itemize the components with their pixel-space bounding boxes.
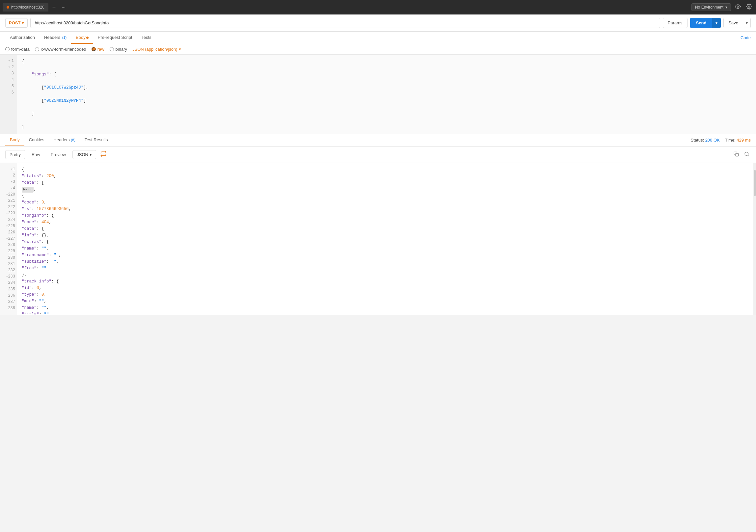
tab-prerequest[interactable]: Pre-request Script (93, 32, 137, 44)
response-section: Body Cookies Headers (8) Test Results St… (0, 134, 756, 315)
rln-220: ▾220 (2, 192, 15, 198)
copy-response-button[interactable] (732, 150, 740, 159)
rln-229: 229 (2, 248, 15, 254)
request-line-numbers: ▾1 ▾2 3 4 5 6 (0, 55, 17, 134)
resp-line-229: "transname": "", (22, 252, 749, 258)
send-dropdown-button[interactable]: ▾ (712, 18, 721, 28)
time-label: Time: 429 ms (725, 138, 751, 143)
resp-line-227: "extras": { (22, 239, 749, 245)
resp-line-1: { (22, 166, 749, 173)
rln-234: 234 (2, 280, 15, 286)
request-body-code[interactable]: { "songs": [ ["001CLC7W2Gpz4J"], ["0025N… (17, 55, 756, 134)
tab-tests[interactable]: Tests (137, 32, 156, 44)
add-tab-button[interactable]: + (50, 4, 58, 11)
view-pretty-button[interactable]: Pretty (5, 150, 25, 159)
tab-headers[interactable]: Headers (1) (40, 32, 71, 44)
rln-238: 238 (2, 305, 15, 311)
response-scrollbar[interactable] (753, 163, 756, 315)
resp-tab-headers-badge: (8) (71, 138, 75, 142)
tab-dot (7, 6, 9, 9)
rln-227: ▾227 (2, 236, 15, 242)
resp-tab-headers-label: Headers (54, 137, 71, 142)
response-format-label: JSON (77, 152, 88, 157)
tab-body-label: Body (76, 35, 86, 40)
collapsed-object-badge[interactable]: ▶··· (22, 187, 34, 193)
ln-4: 4 (2, 77, 15, 83)
body-type-binary[interactable]: binary (110, 47, 127, 52)
resp-line-225: "data": { (22, 226, 749, 232)
search-response-button[interactable] (743, 150, 751, 159)
env-label: No Environment (695, 5, 723, 10)
resp-line-226: "info": {}, (22, 232, 749, 239)
eye-icon-button[interactable] (734, 2, 742, 12)
send-button[interactable]: Send (690, 18, 713, 28)
svg-line-4 (748, 155, 749, 156)
method-select[interactable]: POST ▾ (5, 18, 28, 28)
ln-5: 5 (2, 83, 15, 90)
resp-tab-cookies-label: Cookies (29, 137, 44, 142)
settings-icon-button[interactable] (745, 2, 753, 12)
svg-point-0 (737, 6, 739, 8)
tab-authorization-label: Authorization (10, 35, 35, 40)
tab-tests-label: Tests (142, 35, 151, 40)
scrollbar-thumb[interactable] (754, 170, 756, 196)
response-tabs-bar: Body Cookies Headers (8) Test Results St… (0, 134, 756, 146)
rln-231: 231 (2, 261, 15, 267)
format-label: JSON (application/json) (132, 47, 177, 52)
resp-tab-body-label: Body (10, 137, 20, 142)
tab-authorization[interactable]: Authorization (5, 32, 40, 44)
rln-221: 221 (2, 198, 15, 204)
resp-tab-headers[interactable]: Headers (8) (49, 134, 80, 146)
response-line-numbers: ▾1 2 ▾3 ▾4 ▾220 221 222 ▾223 224 ▾225 22… (0, 163, 17, 315)
method-chevron-icon: ▾ (22, 20, 24, 25)
url-input[interactable] (30, 18, 660, 28)
resp-tab-testresults[interactable]: Test Results (80, 134, 113, 146)
time-value: 429 ms (737, 138, 751, 143)
rln-223: ▾223 (2, 210, 15, 217)
ln-2: ▾2 (2, 64, 15, 70)
environment-select[interactable]: No Environment ▾ (691, 3, 731, 11)
view-raw-button[interactable]: Raw (28, 150, 44, 159)
resp-line-3: "data": [ (22, 179, 749, 186)
rln-3: ▾3 (2, 179, 15, 185)
more-tabs-button[interactable]: ··· (60, 5, 68, 10)
request-tabs-nav: Authorization Headers (1) Body Pre-reque… (0, 32, 756, 44)
resp-line-220: { (22, 193, 749, 199)
response-format-button[interactable]: JSON ▾ (72, 150, 96, 159)
resp-tab-cookies[interactable]: Cookies (24, 134, 49, 146)
code-link[interactable]: Code (741, 35, 751, 40)
method-label: POST (9, 20, 20, 25)
resp-tab-body[interactable]: Body (5, 134, 24, 146)
resp-line-228: "name": "", (22, 245, 749, 252)
resp-line-222: "ts": 1577366693656, (22, 206, 749, 212)
resp-line-235: "type": 0, (22, 291, 749, 298)
body-type-raw[interactable]: raw (92, 47, 104, 52)
body-type-bar: form-data x-www-form-urlencoded raw bina… (0, 44, 756, 55)
rln-228: 228 (2, 242, 15, 248)
format-select-button[interactable]: JSON (application/json) ▾ (132, 47, 181, 52)
params-button[interactable]: Params (663, 18, 688, 28)
request-bar: POST ▾ Params Send ▾ Save ▾ (0, 14, 756, 32)
resp-toolbar-right (732, 150, 751, 159)
resp-line-237: "name": "", (22, 305, 749, 311)
save-button[interactable]: Save (724, 18, 743, 28)
env-chevron-icon: ▾ (725, 5, 727, 10)
request-body-editor: ▾1 ▾2 3 4 5 6 { "songs": [ ["001CLC7W2Gp… (0, 55, 756, 134)
resp-line-223: "songinfo": { (22, 212, 749, 219)
resp-line-231: "from": "" (22, 265, 749, 272)
browser-tab[interactable]: http://localhost:320 (3, 3, 48, 12)
rln-222: 222 (2, 204, 15, 210)
resp-line-4: ▶···, (22, 186, 749, 193)
rln-233: ▾233 (2, 274, 15, 280)
body-type-urlencoded[interactable]: x-www-form-urlencoded (35, 47, 86, 52)
body-type-form-data[interactable]: form-data (5, 47, 30, 52)
resp-line-238: "title": "", (22, 311, 749, 314)
wrap-lines-button[interactable] (99, 149, 108, 160)
save-dropdown-button[interactable]: ▾ (743, 18, 750, 28)
view-preview-button[interactable]: Preview (47, 150, 70, 159)
tab-label: http://localhost:320 (11, 5, 44, 10)
status-label: Status: 200 OK (691, 138, 720, 143)
svg-point-1 (748, 6, 750, 8)
resp-line-224: "code": 404, (22, 219, 749, 226)
tab-body[interactable]: Body (71, 32, 93, 44)
